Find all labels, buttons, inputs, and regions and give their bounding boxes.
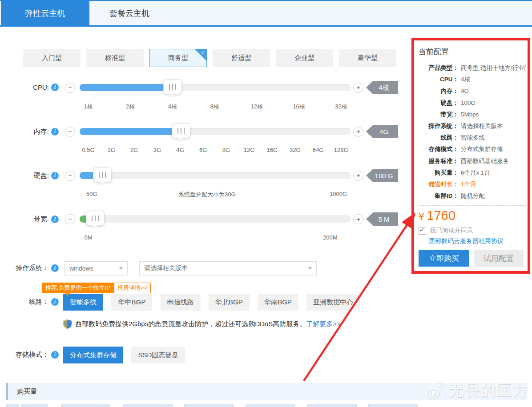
config-label: 存储模式： [418,144,459,155]
info-icon[interactable]: i [51,298,59,306]
info-icon[interactable]: i [51,128,59,136]
learn-more-link[interactable]: 了解更多>> [306,320,341,328]
info-icon[interactable]: i [51,351,59,359]
config-value: 6个月x 1台 [461,167,490,179]
tick-label: 0.5G [82,147,94,153]
config-row-bonus-duration: 赠送时长：1个月 [418,179,526,190]
product-type-tab-business[interactable]: 商务型 [149,49,207,67]
disk-slider-track[interactable] [80,172,351,179]
tab-package-cloud-host[interactable]: 套餐云主机 [89,1,169,25]
storage-option-ssd[interactable]: SSD固态硬盘 [131,347,185,363]
tick-label: 3G [153,147,161,153]
disk-value-badge: 100 G [366,169,398,182]
weibo-icon [424,381,447,400]
agreement-link[interactable]: 西部数码云服务器租用协议 [429,237,526,245]
bandwidth-increase-button[interactable]: + [353,214,363,224]
shield-icon [63,319,72,329]
disk-slider-row: 硬盘:i − + 100 G 50G 系统盘分配大小为30G 1000G [0,170,405,204]
line-option-asia-datacenter[interactable]: 亚洲数据中心 [306,294,360,311]
line-option-south-bgp[interactable]: 华南BGP [258,294,298,311]
line-row: 线路：i 智能多线 华中BGP 电信线路 华北BGP 华南BGP 亚洲数据中心 [0,294,405,311]
config-label: 带宽： [418,109,459,120]
bandwidth-ticks: 0M 200M [80,234,351,242]
product-type-tab-comfort[interactable]: 舒适型 [213,49,270,67]
vertical-divider [405,27,405,380]
below-fold-button[interactable] [61,404,110,407]
cpu-decrease-button[interactable]: − [65,83,75,93]
memory-slider-handle[interactable] [172,123,190,138]
below-fold-button[interactable] [307,404,357,407]
cpu-slider-handle[interactable] [163,79,182,94]
slider-label-text: 带宽: [34,215,49,223]
config-label: 购买量： [418,167,459,179]
disk-max-label: 1000G [330,191,347,197]
below-fold-button[interactable] [184,404,234,407]
trial-config-button[interactable]: 试用配置 [474,250,524,267]
info-icon[interactable]: i [51,215,59,223]
below-fold-button[interactable] [246,404,295,407]
line-option-north-bgp[interactable]: 华北BGP [209,294,250,311]
datacenter-detail-link[interactable]: 机房详情>> [114,283,151,293]
config-value: 分布式集群存储 [461,144,503,155]
product-type-tab-standard[interactable]: 标准型 [86,49,144,67]
cloud-host-config-page: 弹性云主机 套餐云主机 入门型 标准型 商务型 舒适型 企业型 豪华型 CPU:… [0,0,532,407]
config-row-memory: 内存：4G [418,85,526,97]
os-version-select[interactable]: 请选择相关版本 [139,261,317,275]
memory-slider-track[interactable] [80,128,351,135]
info-icon[interactable]: i [51,264,59,272]
buy-now-button[interactable]: 立即购买 [419,250,469,267]
config-row-os: 操作系统：请选择相关版本 [418,120,526,132]
product-type-tab-deluxe[interactable]: 豪华型 [339,49,396,67]
storage-option-distributed-cluster[interactable]: 分布式集群存储 [63,347,123,363]
disk-slider-handle[interactable] [93,167,112,182]
config-value: 100G [461,97,476,109]
os-select-value: windows [69,265,93,272]
tick-label: 32核 [335,103,347,111]
config-value: 4G [461,85,469,97]
os-label: 操作系统：i [9,264,59,272]
config-value: 4核 [461,74,470,85]
os-version-placeholder: 请选择相关版本 [144,264,188,272]
tick-label: 16核 [293,103,305,111]
memory-label: 内存:i [9,128,59,136]
below-fold-button[interactable] [368,404,418,407]
product-type-tab-enterprise[interactable]: 企业型 [276,49,333,67]
info-icon[interactable]: i [51,172,59,180]
info-icon[interactable]: i [51,84,59,91]
disk-increase-button[interactable]: + [353,171,363,181]
tick-label: 6G [199,147,207,153]
price: ¥ 1760 [419,208,526,223]
cpu-slider-track[interactable] [80,84,351,91]
watermark-text: 无畏的匡方 [448,380,528,401]
product-type-tab-entry[interactable]: 入门型 [23,49,81,67]
agree-checkbox[interactable] [419,227,426,235]
config-row-service: 服务标准：西部数码基础服务 [418,156,526,167]
below-fold-button[interactable] [123,404,173,407]
ptab-label: 入门型 [42,54,62,62]
tick-label: 8G [222,147,230,153]
below-fold-button[interactable] [6,404,19,407]
bandwidth-slider-handle[interactable] [86,211,105,226]
os-select[interactable]: windows [64,261,128,275]
tab-elastic-cloud-host[interactable]: 弹性云主机 [1,1,89,25]
buy-quantity-title: 购买量 [8,387,37,396]
disk-decrease-button[interactable]: − [65,171,75,181]
config-row-product-type: 产品类型：商务型 适用于地方/行业门户网站 [418,62,526,74]
line-option-telecom[interactable]: 电信线路 [161,294,201,311]
line-option-smart-multiline[interactable]: 智能多线 [63,294,103,311]
top-tab-bar: 弹性云主机 套餐云主机 [0,0,532,27]
cpu-ticks: 1核2核4核8核12核16核32核 [80,103,351,111]
panel-buttons: 立即购买 试用配置 [419,250,526,267]
line-option-central-bgp[interactable]: 华中BGP [111,294,152,311]
tick-label: 8核 [210,103,219,111]
cpu-increase-button[interactable]: + [353,83,363,93]
bandwidth-slider-track[interactable] [80,215,351,223]
price-amount: 1760 [427,208,455,223]
memory-increase-button[interactable]: + [353,127,363,137]
memory-decrease-button[interactable]: − [65,127,75,137]
slider-label-text: CPU: [33,84,49,91]
below-fold-button[interactable] [21,404,48,407]
config-row-cpu: CPU：4核 [418,74,526,85]
cpu-slider-fill [80,84,173,91]
bandwidth-decrease-button[interactable]: − [65,214,75,224]
